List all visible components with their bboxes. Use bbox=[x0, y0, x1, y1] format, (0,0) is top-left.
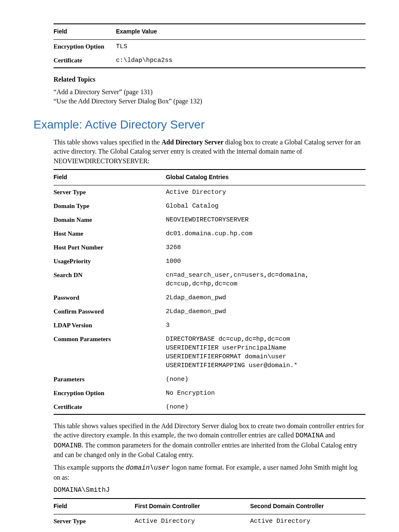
field-value: DIRECTORYBASE dc=cup,dc=hp,dc=com USERID… bbox=[166, 332, 366, 373]
field-label: Parameters bbox=[54, 373, 166, 386]
table-row: Host Namedc01.domaina.cup.hp.com bbox=[54, 227, 366, 241]
related-link[interactable]: “Use the Add Directory Server Dialog Box… bbox=[54, 97, 366, 106]
table-row: Encryption OptionNo Encryption bbox=[54, 386, 366, 400]
text: This example supports the bbox=[54, 464, 125, 471]
table-row: Server Type Active Directory Active Dire… bbox=[54, 514, 366, 529]
table-row: Host Port Number3268 bbox=[54, 241, 366, 254]
table-row: Domain Type Domain Controller Domain Con… bbox=[54, 528, 366, 532]
mono-text: DOMAINB bbox=[54, 442, 82, 450]
field-label: Password bbox=[54, 291, 166, 305]
field-label: Common Parameters bbox=[54, 332, 166, 373]
col-field: Field bbox=[54, 499, 135, 514]
field-value: dc01.domaina.cup.hp.com bbox=[166, 227, 366, 241]
field-label: Certificate bbox=[54, 400, 166, 414]
col-field: Field bbox=[54, 170, 166, 185]
field-value: 1000 bbox=[166, 254, 366, 268]
domain-controller-table: Field First Domain Controller Second Dom… bbox=[54, 498, 366, 532]
field-value: NEOVIEWDIRECTORYSERVER bbox=[166, 213, 366, 227]
bold-text: Add Directory Server bbox=[161, 139, 223, 146]
col-global-catalog: Global Catalog Entries bbox=[166, 170, 366, 185]
field-value: Domain Controller bbox=[135, 528, 250, 532]
field-value: TLS bbox=[116, 39, 366, 54]
col-field: Field bbox=[54, 24, 116, 39]
field-label: Confirm Password bbox=[54, 305, 166, 319]
table-row: Server TypeActive Directory bbox=[54, 185, 366, 199]
field-value: 2Ldap_daemon_pwd bbox=[166, 291, 366, 305]
field-label: Domain Type bbox=[54, 199, 166, 213]
field-value: cn=ad_search_user,cn=users,dc=domaina, d… bbox=[166, 268, 366, 291]
field-value: (none) bbox=[166, 373, 366, 386]
field-label: Search DN bbox=[54, 268, 166, 291]
field-value: Active Directory bbox=[166, 185, 366, 199]
field-label: LDAP Version bbox=[54, 319, 166, 332]
table-row: LDAP Version3 bbox=[54, 319, 366, 332]
field-label: Certificate bbox=[54, 54, 116, 68]
col-second-dc: Second Domain Controller bbox=[250, 499, 366, 514]
logon-example: DOMAINA\SmithJ bbox=[54, 486, 366, 495]
field-value: No Encryption bbox=[166, 386, 366, 400]
table-row: Domain TypeGlobal Catalog bbox=[54, 199, 366, 213]
table-row: Certificate(none) bbox=[54, 400, 366, 414]
field-value: 3 bbox=[166, 319, 366, 332]
field-value: Domain Controller bbox=[250, 528, 366, 532]
related-link[interactable]: “Add a Directory Server” (page 131) bbox=[54, 87, 366, 97]
field-label: Encryption Option bbox=[54, 386, 166, 400]
mono-italic-text: domain\user bbox=[125, 464, 170, 472]
text: and bbox=[324, 432, 335, 439]
field-value: Active Directory bbox=[135, 514, 250, 529]
field-label: Encryption Option bbox=[54, 39, 116, 54]
intro-paragraph: This table shows values specified in the… bbox=[54, 138, 366, 166]
field-label: Domain Type bbox=[54, 528, 135, 532]
table-row: Domain NameNEOVIEWDIRECTORYSERVER bbox=[54, 213, 366, 227]
field-label: Domain Name bbox=[54, 213, 166, 227]
text: This table shows values specified in the bbox=[54, 139, 161, 146]
table-row: Certificate c:\ldap\hpca2ss bbox=[54, 54, 366, 68]
related-topics-heading: Related Topics bbox=[54, 75, 366, 84]
table-row: Confirm Password2Ldap_daemon_pwd bbox=[54, 305, 366, 319]
section-heading: Example: Active Directory Server bbox=[33, 116, 366, 133]
field-value: 2Ldap_daemon_pwd bbox=[166, 305, 366, 319]
field-value: 3268 bbox=[166, 241, 366, 254]
logon-format-paragraph: This example supports the domain\user lo… bbox=[54, 463, 366, 482]
field-value: Active Directory bbox=[250, 514, 366, 529]
field-label: Host Port Number bbox=[54, 241, 166, 254]
field-label: UsagePriority bbox=[54, 254, 166, 268]
field-label: Server Type bbox=[54, 185, 166, 199]
example-value-table: Field Example Value Encryption Option TL… bbox=[54, 23, 366, 68]
table-row: Common ParametersDIRECTORYBASE dc=cup,dc… bbox=[54, 332, 366, 373]
table-row: Search DNcn=ad_search_user,cn=users,dc=d… bbox=[54, 268, 366, 291]
domain-controller-paragraph: This table shows values specified in the… bbox=[54, 421, 366, 460]
mono-text: DOMAINA bbox=[295, 432, 323, 439]
col-first-dc: First Domain Controller bbox=[135, 499, 250, 514]
table-row: Encryption Option TLS bbox=[54, 39, 366, 54]
field-value: (none) bbox=[166, 400, 366, 414]
field-value: Global Catalog bbox=[166, 199, 366, 213]
table-row: Password2Ldap_daemon_pwd bbox=[54, 291, 366, 305]
global-catalog-table: Field Global Catalog Entries Server Type… bbox=[54, 169, 366, 415]
col-example-value: Example Value bbox=[116, 24, 366, 39]
text: . The common parameters for the domain c… bbox=[54, 442, 357, 458]
field-value: c:\ldap\hpca2ss bbox=[116, 54, 366, 68]
table-row: Parameters(none) bbox=[54, 373, 366, 386]
table-row: UsagePriority1000 bbox=[54, 254, 366, 268]
field-label: Server Type bbox=[54, 514, 135, 529]
field-label: Host Name bbox=[54, 227, 166, 241]
